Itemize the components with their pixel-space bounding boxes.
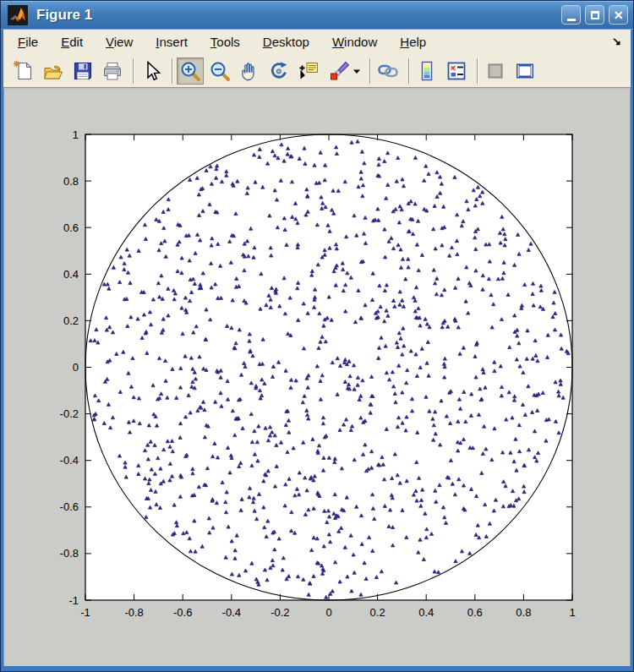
colorbar-icon <box>416 60 438 82</box>
svg-text:0.8: 0.8 <box>63 175 79 188</box>
insert-legend-button[interactable] <box>443 57 470 85</box>
svg-text:0: 0 <box>73 361 79 374</box>
hide-plot-tools-button[interactable] <box>482 57 509 85</box>
menu-item-desktop[interactable]: Desktop <box>263 35 309 49</box>
data-cursor-icon <box>298 60 320 82</box>
svg-text:-0.4: -0.4 <box>60 454 79 467</box>
legend-icon <box>445 60 467 82</box>
brush-icon <box>327 60 349 82</box>
dock-figure-arrow-icon[interactable]: ↘ <box>612 35 621 47</box>
svg-text:0.2: 0.2 <box>63 314 79 327</box>
svg-text:-0.2: -0.2 <box>271 606 289 619</box>
floppy-save-icon <box>72 60 94 82</box>
menu-item-file[interactable]: File <box>18 35 38 49</box>
arrow-cursor-icon <box>140 60 162 82</box>
brush-dropdown-button[interactable] <box>351 57 363 85</box>
brush-button[interactable] <box>325 57 352 85</box>
matlab-icon <box>8 5 28 25</box>
toolbar <box>3 55 631 88</box>
open-file-button[interactable] <box>40 57 67 85</box>
show-plot-tools-icon <box>514 60 536 82</box>
window-title: Figure 1 <box>36 7 92 24</box>
svg-text:0.6: 0.6 <box>467 606 483 619</box>
svg-text:-1: -1 <box>80 606 90 619</box>
menu-item-view[interactable]: View <box>106 35 133 49</box>
svg-text:1: 1 <box>569 606 575 619</box>
svg-text:-0.6: -0.6 <box>60 500 79 513</box>
svg-text:-0.6: -0.6 <box>173 606 192 619</box>
menu-item-help[interactable]: Help <box>400 35 426 49</box>
svg-text:-0.8: -0.8 <box>60 547 79 560</box>
edit-plot-button[interactable] <box>138 57 165 85</box>
minimize-icon <box>567 19 576 21</box>
new-figure-button[interactable] <box>10 57 37 85</box>
open-folder-icon <box>42 60 64 82</box>
maximize-icon <box>591 11 599 19</box>
svg-text:0: 0 <box>325 606 331 619</box>
rotate-3d-button[interactable] <box>265 57 292 85</box>
save-figure-button[interactable] <box>69 57 96 85</box>
rotate-3d-icon <box>268 60 290 82</box>
plot-canvas[interactable]: -1-0.8-0.6-0.4-0.200.20.40.60.81-1-0.8-0… <box>4 90 630 663</box>
close-icon: ✕ <box>614 9 624 21</box>
hide-plot-tools-icon <box>484 60 506 82</box>
minimize-button[interactable] <box>561 5 581 25</box>
maximize-button[interactable] <box>585 5 604 25</box>
zoom-out-button[interactable] <box>206 57 233 85</box>
zoom-out-icon <box>209 60 231 82</box>
svg-text:1: 1 <box>73 128 79 140</box>
menu-item-tools[interactable]: Tools <box>210 35 240 49</box>
link-plot-button[interactable] <box>374 57 402 85</box>
hand-pan-icon <box>238 60 260 82</box>
figure-canvas-area: -1-0.8-0.6-0.4-0.200.20.40.60.81-1-0.8-0… <box>3 88 631 666</box>
toolbar-separator <box>133 58 134 84</box>
svg-text:0.4: 0.4 <box>63 268 79 281</box>
show-plot-tools-button[interactable] <box>511 57 538 85</box>
new-document-icon <box>13 60 35 82</box>
menu-item-edit[interactable]: Edit <box>61 35 83 49</box>
dropdown-arrow-icon <box>353 60 361 82</box>
toolbar-separator <box>369 58 370 84</box>
print-figure-button[interactable] <box>99 57 126 85</box>
svg-text:-1: -1 <box>68 593 79 606</box>
link-chain-icon <box>377 60 399 82</box>
toolbar-separator <box>408 58 409 84</box>
title-bar[interactable]: Figure 1 ✕ <box>1 1 633 30</box>
svg-text:-0.2: -0.2 <box>60 407 79 420</box>
svg-text:0.4: 0.4 <box>418 606 434 619</box>
data-cursor-button[interactable] <box>295 57 322 85</box>
toolbar-separator <box>172 58 172 84</box>
toolbar-separator <box>477 58 478 84</box>
pan-button[interactable] <box>236 57 263 85</box>
menu-bar: FileEditViewInsertToolsDesktopWindowHelp… <box>3 30 631 55</box>
close-button[interactable]: ✕ <box>609 5 628 25</box>
insert-colorbar-button[interactable] <box>413 57 440 85</box>
figure-window: Figure 1 ✕ FileEditViewInsertToolsDeskto… <box>0 0 634 672</box>
menu-item-insert[interactable]: Insert <box>156 35 188 49</box>
zoom-in-icon <box>179 60 201 82</box>
printer-icon <box>101 60 123 82</box>
svg-text:0.2: 0.2 <box>370 606 385 619</box>
svg-text:-0.8: -0.8 <box>124 606 143 619</box>
menu-item-window[interactable]: Window <box>332 35 377 49</box>
svg-text:0.8: 0.8 <box>516 606 531 619</box>
svg-text:-0.4: -0.4 <box>222 606 241 619</box>
zoom-in-button[interactable] <box>177 57 204 85</box>
svg-text:0.6: 0.6 <box>63 221 79 234</box>
